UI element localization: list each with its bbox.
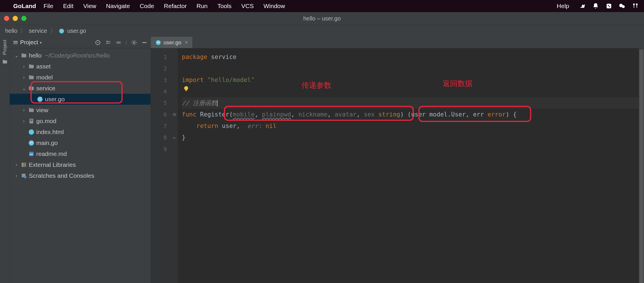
expand-icon[interactable] xyxy=(105,39,111,46)
collapse-icon[interactable] xyxy=(115,39,122,46)
svg-point-20 xyxy=(39,99,39,99)
menu-file[interactable]: File xyxy=(43,3,53,9)
chevron-down-icon[interactable]: ⌄ xyxy=(14,53,19,58)
go-file-icon xyxy=(155,40,161,45)
minimize-window-button[interactable] xyxy=(13,16,18,21)
note-icon[interactable] xyxy=(605,3,612,9)
menu-help[interactable]: Help xyxy=(557,3,569,9)
chevron-right-icon[interactable]: › xyxy=(21,75,26,80)
tree-item-label: service xyxy=(36,85,56,92)
svg-rect-13 xyxy=(14,41,18,42)
line-number: 3 xyxy=(151,74,167,86)
project-tree[interactable]: ⌄ hello ~/Code/goRoot/src/hello › asset … xyxy=(10,48,150,183)
line-number: 2 xyxy=(151,63,167,74)
close-window-button[interactable] xyxy=(4,16,9,21)
svg-rect-33 xyxy=(25,163,26,167)
line-number: 7 xyxy=(151,120,167,132)
system-tray xyxy=(579,3,639,9)
menu-tools[interactable]: Tools xyxy=(218,3,232,9)
breadcrumb-root[interactable]: hello xyxy=(5,28,17,34)
window-titlebar: hello – user.go xyxy=(0,12,644,25)
chevron-right-icon[interactable]: › xyxy=(21,118,26,124)
hide-icon[interactable] xyxy=(141,39,148,46)
left-tool-gutter: Project xyxy=(0,37,10,283)
fold-end-icon[interactable]: ⌙ xyxy=(171,132,178,143)
inlay-hint: err: xyxy=(247,123,262,129)
menu-run[interactable]: Run xyxy=(197,3,208,9)
chevron-down-icon[interactable]: ⌄ xyxy=(21,86,26,91)
scrollbar-thumb[interactable] xyxy=(639,49,643,283)
gear-icon[interactable] xyxy=(131,39,137,46)
function-name: Register xyxy=(200,111,229,118)
tree-item-label: go.mod xyxy=(36,118,56,125)
annotation-text-params: 传递参数 xyxy=(302,79,331,91)
window-controls xyxy=(4,16,26,21)
tab-user-go[interactable]: user.go × xyxy=(151,37,193,48)
svg-point-10 xyxy=(60,30,61,31)
svg-rect-6 xyxy=(637,5,637,8)
tree-file-go-mod[interactable]: › go.mod xyxy=(10,116,150,127)
svg-point-38 xyxy=(159,42,159,43)
menu-edit[interactable]: Edit xyxy=(63,3,73,9)
chevron-right-icon[interactable]: › xyxy=(21,64,26,69)
tree-folder-view[interactable]: › view xyxy=(10,105,150,116)
chevron-right-icon: 〉 xyxy=(20,27,26,35)
tree-folder-model[interactable]: › model xyxy=(10,72,150,83)
wechat-icon[interactable] xyxy=(619,3,626,9)
tree-file-main-go[interactable]: main.go xyxy=(10,137,150,148)
intention-bulb-icon[interactable] xyxy=(183,86,189,92)
tree-item-label: External Libraries xyxy=(29,161,76,168)
window-title: hello – user.go xyxy=(303,15,341,22)
chevron-right-icon: 〉 xyxy=(50,27,56,35)
editor-scrollbar[interactable] xyxy=(639,48,644,283)
tree-scratches[interactable]: › Scratches and Consoles xyxy=(10,170,150,181)
line-number: 8 xyxy=(151,132,167,143)
breadcrumb: hello 〉 service 〉 user.go xyxy=(0,25,644,37)
parameter: mobile xyxy=(233,111,255,118)
project-tool-button[interactable]: Project xyxy=(2,40,8,55)
close-tab-icon[interactable]: × xyxy=(185,39,188,45)
menu-vcs[interactable]: VCS xyxy=(241,3,254,9)
breadcrumb-file[interactable]: user.go xyxy=(67,28,86,34)
line-number: 1 xyxy=(151,51,167,63)
tree-file-index-html[interactable]: index.html xyxy=(10,127,150,137)
keyword: func xyxy=(182,111,197,118)
bird-icon[interactable] xyxy=(579,3,586,9)
locate-icon[interactable] xyxy=(95,39,101,46)
tree-root[interactable]: ⌄ hello ~/Code/goRoot/src/hello xyxy=(10,50,150,61)
keyword: package xyxy=(182,53,207,60)
chevron-right-icon[interactable]: › xyxy=(21,108,26,113)
tree-file-user-go[interactable]: user.go xyxy=(10,94,150,105)
svg-point-26 xyxy=(29,140,34,146)
app-name[interactable]: GoLand xyxy=(13,3,36,9)
code-area[interactable]: package service import "hello/model" // … xyxy=(178,48,644,283)
tree-folder-service[interactable]: ⌄ service xyxy=(10,83,150,94)
chevron-right-icon[interactable]: › xyxy=(14,173,19,178)
menu-view[interactable]: View xyxy=(83,3,96,9)
breadcrumb-folder[interactable]: service xyxy=(29,28,47,34)
tree-file-readme-md[interactable]: MD readme.md xyxy=(10,148,150,159)
tree-folder-asset[interactable]: › asset xyxy=(10,61,150,72)
svg-rect-32 xyxy=(23,163,24,167)
airpods-icon[interactable] xyxy=(632,3,639,9)
chevron-right-icon[interactable]: › xyxy=(14,162,19,167)
menu-code[interactable]: Code xyxy=(140,3,154,9)
fold-marker-icon[interactable]: ⊖ xyxy=(171,109,178,120)
svg-point-36 xyxy=(156,40,161,45)
menu-window[interactable]: Window xyxy=(264,3,285,9)
menu-navigate[interactable]: Navigate xyxy=(106,3,130,9)
menu-refactor[interactable]: Refactor xyxy=(164,3,187,9)
tree-root-label: hello xyxy=(29,52,41,59)
return-type: error xyxy=(487,111,506,118)
maximize-window-button[interactable] xyxy=(21,16,26,21)
svg-rect-4 xyxy=(634,5,634,8)
bell-icon[interactable] xyxy=(592,3,599,9)
svg-point-2 xyxy=(622,5,625,8)
tree-external-libraries[interactable]: › External Libraries xyxy=(10,159,150,170)
dropdown-arrow-icon[interactable]: ▾ xyxy=(40,40,42,45)
return-type: model.User xyxy=(429,111,466,118)
parameter: plainpwd xyxy=(262,111,291,118)
type: string xyxy=(378,111,400,118)
brace: } xyxy=(182,134,186,141)
tree-item-label: view xyxy=(36,107,48,114)
